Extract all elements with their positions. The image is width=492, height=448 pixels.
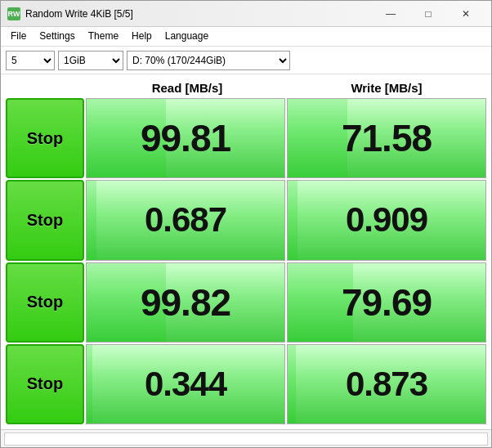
app-icon: RW [7, 7, 20, 20]
stop-button-2[interactable]: Stop [6, 180, 84, 260]
write-value-4: 0.873 [287, 344, 486, 424]
write-value-3: 79.69 [287, 262, 486, 343]
write-value-2: 0.909 [287, 180, 486, 260]
read-value-4: 0.344 [86, 344, 285, 424]
title-bar: RW Random Write 4KiB [5/5] — □ ✕ [1, 1, 491, 27]
write-header: Write [MB/s] [287, 79, 486, 96]
read-value-2: 0.687 [86, 180, 285, 260]
read-value-1: 99.81 [86, 98, 285, 178]
close-button[interactable]: ✕ [447, 1, 485, 27]
stop-button-4[interactable]: Stop [6, 344, 84, 424]
data-row-4: Stop 0.344 0.873 [6, 344, 486, 424]
drive-select[interactable]: D: 70% (170/244GiB) [127, 51, 290, 70]
menu-help[interactable]: Help [125, 29, 159, 44]
stop-button-1[interactable]: Stop [6, 98, 84, 178]
menu-settings[interactable]: Settings [33, 29, 81, 44]
data-row-2: Stop 0.687 0.909 [6, 180, 486, 260]
column-headers: Read [MB/s] Write [MB/s] [87, 79, 486, 96]
menu-file[interactable]: File [4, 29, 33, 44]
write-value-1: 71.58 [287, 98, 486, 178]
main-window: RW Random Write 4KiB [5/5] — □ ✕ File Se… [0, 0, 492, 448]
window-title: Random Write 4KiB [5/5] [25, 8, 372, 20]
read-header: Read [MB/s] [87, 79, 287, 96]
data-row-3: Stop 99.82 79.69 [6, 262, 486, 343]
count-select[interactable]: 5 [6, 51, 55, 70]
menu-bar: File Settings Theme Help Language [1, 27, 491, 47]
maximize-button[interactable]: □ [409, 1, 447, 27]
status-text [4, 432, 488, 446]
stop-button-3[interactable]: Stop [6, 262, 84, 343]
status-bar [1, 429, 491, 447]
minimize-button[interactable]: — [372, 1, 409, 27]
window-controls: — □ ✕ [372, 1, 485, 27]
toolbar: 5 1GiB D: 70% (170/244GiB) [1, 47, 491, 74]
read-value-3: 99.82 [86, 262, 285, 343]
menu-theme[interactable]: Theme [82, 29, 125, 44]
menu-language[interactable]: Language [159, 29, 215, 44]
size-select[interactable]: 1GiB [58, 51, 123, 70]
data-row-1: Stop 99.81 71.58 [6, 98, 486, 178]
benchmark-content: Read [MB/s] Write [MB/s] Stop 99.81 71.5… [1, 74, 491, 429]
